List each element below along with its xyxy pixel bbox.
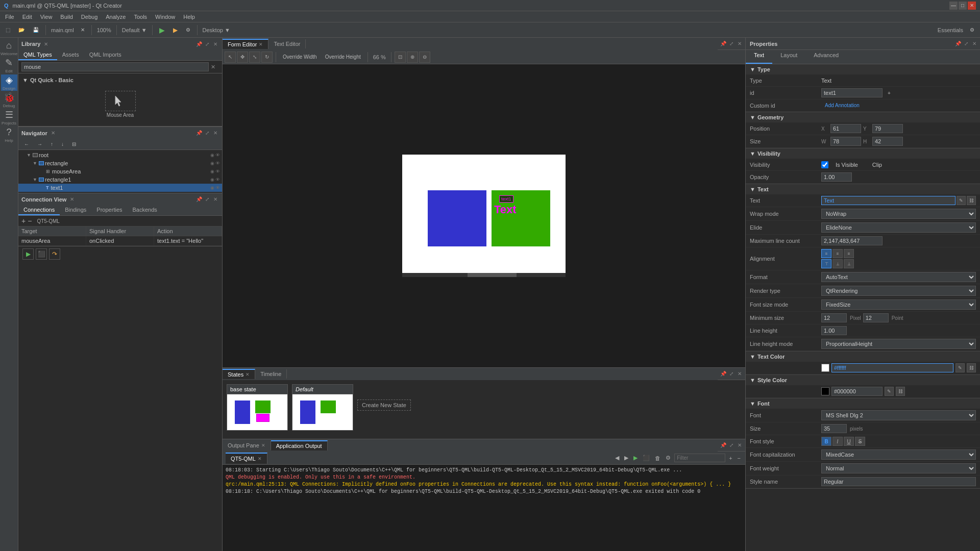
menu-file[interactable]: File [2,13,17,21]
output-expand-btn[interactable]: ⤢ [728,442,735,449]
state-card-base[interactable]: base state [227,384,288,431]
canvas-text-element[interactable]: Text [494,203,517,216]
library-close-btn[interactable]: ✕ [42,40,50,47]
qml-file-tab[interactable]: QT5-QML ✕ [226,453,267,464]
nav-vis-rect[interactable]: ◉ [210,161,214,166]
text-color-bind-btn[interactable]: ⛓ [967,363,976,372]
output-filter-input[interactable] [674,454,725,462]
menu-help[interactable]: Help [180,13,198,21]
props-expand-btn[interactable]: ⤢ [963,40,970,47]
conn-close-x-btn[interactable]: ✕ [212,196,219,203]
prop-fontsize-input[interactable] [821,424,847,433]
nav-up-btn[interactable]: ↑ [47,140,57,148]
props-tab-layout[interactable]: Layout [772,50,805,64]
prop-opacity-input[interactable] [821,172,852,182]
conn-close-btn[interactable]: ✕ [68,196,76,203]
prop-wrap-select[interactable]: NoWrap [821,209,976,219]
prop-input-id[interactable] [821,88,883,97]
nav-vis-root[interactable]: ◉ [210,153,214,158]
nav-pin-btn[interactable]: 📌 [195,130,203,137]
style-color-input[interactable] [831,387,883,396]
text-color-swatch[interactable] [821,364,829,372]
sidebar-welcome[interactable]: ⌂ Welcome [1,40,17,56]
nav-forward-btn[interactable]: → [34,140,46,148]
sidebar-help[interactable]: ? Help [1,127,17,143]
search-clear-btn[interactable]: ✕ [209,64,217,70]
build-mode[interactable]: Desktop ▼ [201,27,232,33]
prop-font-select[interactable]: MS Shell Dlg 2 [821,410,976,420]
nav-eye-rect1[interactable]: 👁 [215,177,220,182]
titlebar-controls[interactable]: — □ ✕ [949,2,976,10]
prop-text-input[interactable] [821,196,955,205]
menu-window[interactable]: Window [152,13,178,21]
fe-override-height[interactable]: Override Height [322,53,364,61]
states-expand-btn[interactable]: ⤢ [728,370,735,378]
out-settings-btn[interactable]: ⚙ [664,454,672,462]
tab-connections[interactable]: Connections [18,205,60,215]
fe-zoom-in[interactable]: ⊕ [407,52,418,63]
out-next-btn[interactable]: ▶ [623,454,630,462]
library-close-x-btn[interactable]: ✕ [212,40,219,47]
toolbar-new[interactable]: ⬚ [2,26,14,34]
tab-timeline[interactable]: Timeline [255,369,287,379]
out-remove-btn[interactable]: − [736,455,742,462]
prop-y-input[interactable] [872,124,903,133]
fe-tool-select[interactable]: ↖ [225,52,236,63]
valign-bot-btn[interactable]: ⊥ [844,259,854,268]
prop-weight-select[interactable]: Normal [821,463,976,473]
fe-zoom-out[interactable]: ⊖ [419,52,430,63]
prop-format-select[interactable]: AutoText [821,272,976,282]
text-color-section-header[interactable]: Text Color [746,352,980,362]
conn-add-btn[interactable]: + [21,217,26,225]
tab-states[interactable]: States ✕ [223,369,255,379]
visibility-section-header[interactable]: Visibility [746,148,980,159]
font-section-header[interactable]: Font [746,398,980,409]
text-color-edit-btn[interactable]: ✎ [955,363,965,372]
out-clear-btn[interactable]: 🗑 [653,455,662,462]
library-expand-btn[interactable]: ⤢ [204,40,211,47]
tab-properties[interactable]: Properties [91,205,127,215]
nav-eye-mouse[interactable]: 👁 [215,169,220,174]
menu-edit[interactable]: Edit [19,13,35,21]
nav-item-rectangle[interactable]: rectangle ◉ 👁 [18,159,222,167]
nav-filter-btn[interactable]: ⊟ [68,140,80,148]
fe-override-width[interactable]: Override Width [279,53,321,61]
font-underline-btn[interactable]: U [844,437,854,446]
nav-down-btn[interactable]: ↓ [58,140,67,148]
props-tab-text[interactable]: Text [746,50,772,64]
debug-step-btn[interactable]: ↷ [49,248,60,260]
kit-selector[interactable]: Default ▼ [120,27,149,33]
output-close-btn[interactable]: ✕ [736,442,743,449]
create-new-state-btn[interactable]: Create New State [357,399,411,411]
visibility-checkbox[interactable] [821,161,828,168]
prop-h-input[interactable] [872,137,903,146]
close-button[interactable]: ✕ [968,2,976,10]
minimize-button[interactable]: — [949,2,958,10]
canvas[interactable]: text1 Text [402,155,566,277]
form-editor-tab-close[interactable]: ✕ [259,42,263,47]
fe-pin-btn[interactable]: 📌 [720,40,727,47]
props-close-x-btn[interactable]: ✕ [971,40,978,47]
state-card-default[interactable]: Default [292,384,353,431]
text-bind-btn[interactable]: ⛓ [967,196,976,205]
style-color-section-header[interactable]: Style Color [746,375,980,385]
sidebar-edit[interactable]: ✎ Edit [1,57,17,73]
toolbar-save[interactable]: 💾 [29,26,42,34]
toolbar-close-file[interactable]: ✕ [77,26,88,34]
nav-back-btn[interactable]: ← [20,140,33,148]
fe-expand-btn[interactable]: ⤢ [728,40,735,47]
conn-row-0[interactable]: mouseArea onClicked text1.text = "Hello" [18,236,222,246]
fe-zoom-fit[interactable]: ⊡ [395,52,406,63]
font-bold-btn[interactable]: B [821,437,831,446]
valign-mid-btn[interactable]: ⊥ [832,259,843,268]
prop-lineheight-input[interactable] [821,326,847,335]
text-section-header[interactable]: Text [746,184,980,194]
add-annotation-btn[interactable]: Add Annotation [821,101,863,110]
output-pin-btn[interactable]: 📌 [720,442,727,449]
conn-pin-btn[interactable]: 📌 [195,196,203,203]
prop-elide-select[interactable]: ElideNone [821,222,976,233]
menu-debug[interactable]: Debug [78,13,101,21]
sidebar-design[interactable]: ◈ Design [1,74,17,91]
fe-close-btn[interactable]: ✕ [736,40,743,47]
library-search-input[interactable] [21,62,209,71]
